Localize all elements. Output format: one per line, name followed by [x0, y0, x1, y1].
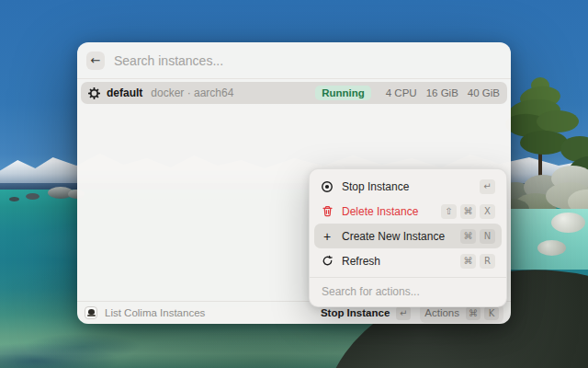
- x-key: X: [480, 204, 495, 219]
- back-arrow-icon: ←: [91, 53, 101, 67]
- stop-icon: [321, 180, 334, 193]
- return-key: ↵: [480, 179, 495, 194]
- current-command: List Colima Instances: [85, 306, 205, 319]
- wallpaper-water-boulder: [537, 240, 566, 256]
- k-key: K: [484, 306, 499, 320]
- plus-icon: +: [321, 230, 334, 243]
- search-bar: ←: [77, 42, 511, 79]
- trash-icon: [321, 205, 334, 217]
- instance-disk: 40 GiB: [468, 87, 500, 98]
- instance-subtitle: docker · aarch64: [151, 86, 233, 99]
- refresh-icon: [321, 255, 334, 267]
- menu-item-create-new-instance[interactable]: + Create New Instance ⌘ N: [314, 224, 502, 248]
- colima-app-icon: [85, 306, 97, 319]
- actions-menu: Stop Instance ↵ Delete Instance ⇧ ⌘ X: [309, 168, 507, 307]
- search-input[interactable]: [114, 53, 500, 68]
- wallpaper-shore-rock: [9, 197, 19, 201]
- actions-button-label: Actions: [424, 307, 459, 318]
- cmd-key: ⌘: [460, 204, 476, 219]
- status-badge: Running: [315, 86, 371, 100]
- primary-action-label[interactable]: Stop Instance: [321, 307, 390, 318]
- command-label: List Colima Instances: [105, 307, 205, 318]
- cmd-key: ⌘: [466, 306, 481, 320]
- menu-item-delete-instance[interactable]: Delete Instance ⇧ ⌘ X: [314, 199, 502, 224]
- cmd-key: ⌘: [460, 254, 476, 269]
- menu-item-stop-instance[interactable]: Stop Instance ↵: [314, 174, 502, 199]
- wallpaper-pine-foliage: [537, 110, 579, 132]
- back-button[interactable]: ←: [86, 52, 105, 70]
- wallpaper-shore-rock: [26, 193, 40, 200]
- desktop-wallpaper: ← default doc: [0, 0, 588, 368]
- return-key: ↵: [396, 306, 411, 320]
- cmd-key: ⌘: [460, 229, 476, 244]
- n-key: N: [480, 229, 495, 244]
- instance-cpu: 4 CPU: [386, 87, 417, 98]
- gear-icon: [88, 87, 100, 99]
- instance-name: default: [107, 86, 142, 99]
- shift-key: ⇧: [441, 204, 457, 219]
- menu-item-refresh[interactable]: Refresh ⌘ R: [314, 248, 502, 273]
- actions-search-input[interactable]: [314, 278, 502, 306]
- r-key: R: [480, 254, 495, 269]
- wallpaper-water-boulder: [551, 213, 585, 233]
- instance-list: default docker · aarch64 Running 4 CPU 1…: [77, 79, 511, 107]
- instance-row-default[interactable]: default docker · aarch64 Running 4 CPU 1…: [81, 82, 507, 104]
- instance-memory: 16 GiB: [426, 87, 458, 98]
